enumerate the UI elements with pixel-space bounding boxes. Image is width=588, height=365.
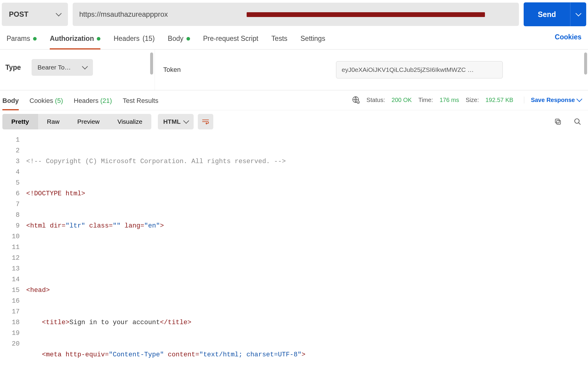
token-input[interactable]: eyJ0eXAiOiJKV1QiLCJub25jZSI6IkwtMWZC …	[336, 61, 503, 78]
tab-prerequest[interactable]: Pre-request Script	[203, 32, 258, 49]
token-label: Token	[163, 66, 324, 74]
status-label: Status:	[366, 97, 385, 103]
resp-tab-test-results[interactable]: Test Results	[123, 95, 158, 110]
redacted-url-overlay	[247, 12, 485, 17]
view-preview-button[interactable]: Preview	[69, 114, 109, 129]
tab-label: Authorization	[50, 35, 94, 43]
method-select[interactable]: POST	[2, 3, 68, 26]
scrollbar[interactable]	[584, 52, 587, 75]
code-content[interactable]: <!-- Copyright (C) Microsoft Corporation…	[26, 135, 588, 365]
tab-tests[interactable]: Tests	[271, 32, 287, 49]
active-dot-icon	[97, 37, 100, 41]
resp-tab-body[interactable]: Body	[2, 95, 19, 110]
active-dot-icon	[186, 37, 190, 41]
format-value: HTML	[163, 118, 181, 125]
line-gutter: 1234567891011121314151617181920	[0, 135, 26, 365]
auth-type-select[interactable]: Bearer To…	[32, 59, 93, 76]
view-right-actions	[554, 118, 581, 126]
auth-type-label: Type	[5, 64, 21, 72]
auth-panel: Type Bearer To… Token eyJ0eXAiOiJKV1QiLC…	[0, 50, 588, 90]
view-raw-button[interactable]: Raw	[38, 114, 69, 129]
url-input-wrap[interactable]	[73, 3, 519, 26]
scrollbar[interactable]	[150, 52, 153, 75]
view-controls: Pretty Raw Preview Visualize HTML	[0, 110, 588, 133]
tab-params[interactable]: Params	[7, 32, 37, 49]
send-button[interactable]: Send	[524, 2, 570, 26]
view-pretty-button[interactable]: Pretty	[2, 114, 38, 129]
tab-headers[interactable]: Headers (15)	[113, 32, 155, 49]
auth-token-section: Token eyJ0eXAiOiJKV1QiLCJub25jZSI6IkwtMW…	[155, 50, 588, 90]
resp-tab-headers[interactable]: Headers (21)	[74, 95, 112, 110]
save-response-button[interactable]: Save Response	[524, 97, 581, 103]
auth-type-section: Type Bearer To…	[0, 50, 155, 90]
format-select[interactable]: HTML	[158, 114, 194, 129]
tab-settings[interactable]: Settings	[301, 32, 325, 49]
search-icon[interactable]	[574, 118, 581, 126]
tab-authorization[interactable]: Authorization	[50, 32, 100, 49]
resp-tab-cookies[interactable]: Cookies (5)	[29, 95, 63, 110]
tab-label: Params	[7, 35, 30, 43]
method-value: POST	[9, 10, 28, 18]
send-options-button[interactable]	[570, 2, 586, 26]
svg-rect-3	[555, 119, 559, 123]
tab-label: Body	[168, 35, 183, 43]
tab-label: Settings	[301, 35, 325, 43]
globe-icon[interactable]	[352, 96, 360, 104]
auth-type-value: Bearer To…	[38, 64, 71, 71]
time-value: 176 ms	[440, 97, 459, 103]
time-label: Time:	[418, 97, 433, 103]
chevron-down-icon	[576, 96, 582, 102]
tab-label: Pre-request Script	[203, 35, 258, 43]
tab-label: Tests	[271, 35, 287, 43]
tab-label: Cookies	[29, 97, 53, 104]
chevron-down-icon	[56, 10, 62, 16]
tab-count: (15)	[142, 35, 155, 43]
cookies-link[interactable]: Cookies	[555, 33, 581, 48]
wrap-toggle-button[interactable]	[198, 114, 213, 129]
svg-point-4	[575, 119, 579, 123]
tab-label: Headers	[74, 97, 99, 104]
token-value: eyJ0eXAiOiJKV1QiLCJub25jZSI6IkwtMWZC …	[342, 66, 474, 73]
status-value: 200 OK	[392, 97, 412, 103]
response-body-code: 1234567891011121314151617181920 <!-- Cop…	[0, 133, 588, 365]
save-response-label: Save Response	[531, 97, 575, 103]
chevron-down-icon	[575, 10, 581, 16]
tab-label: Headers	[113, 35, 139, 43]
response-meta: Status: 200 OK Time: 176 ms Size: 192.57…	[352, 96, 581, 109]
svg-rect-2	[557, 120, 561, 124]
size-label: Size:	[466, 97, 479, 103]
send-button-group: Send	[524, 2, 586, 26]
tab-count: (5)	[55, 97, 63, 104]
request-bar: POST Send	[0, 0, 588, 29]
chevron-down-icon	[82, 64, 88, 69]
active-dot-icon	[33, 37, 37, 41]
tab-count: (21)	[100, 97, 112, 104]
view-mode-group: Pretty Raw Preview Visualize	[2, 114, 151, 129]
chevron-down-icon	[183, 118, 189, 124]
request-tabs: Params Authorization Headers (15) Body P…	[0, 29, 588, 50]
size-value: 192.57 KB	[486, 97, 513, 103]
tab-body[interactable]: Body	[168, 32, 190, 49]
response-tabs: Body Cookies (5) Headers (21) Test Resul…	[0, 90, 588, 110]
copy-icon[interactable]	[554, 118, 562, 126]
view-visualize-button[interactable]: Visualize	[108, 114, 151, 129]
